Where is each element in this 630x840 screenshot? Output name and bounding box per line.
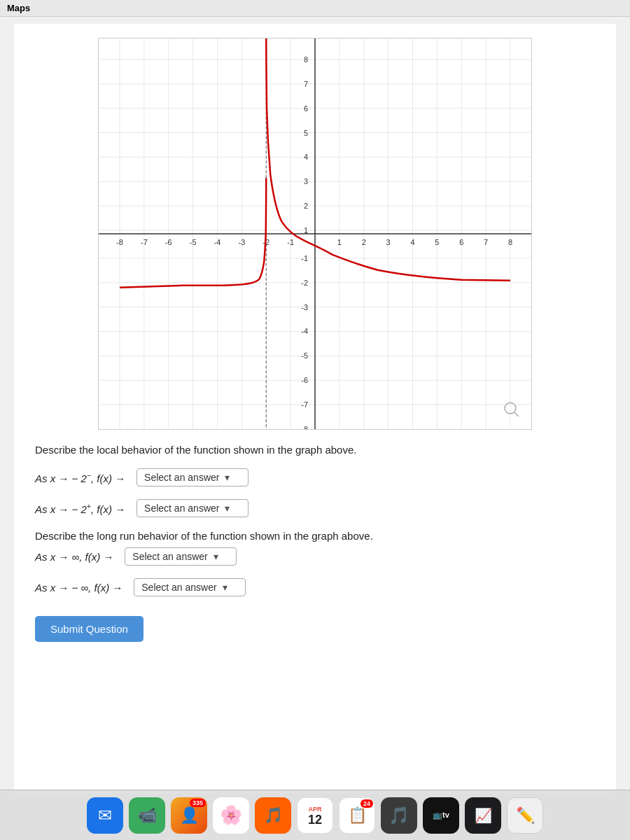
q1-label: As x → − 2−, f(x) →: [35, 471, 125, 484]
svg-text:-7: -7: [301, 400, 308, 409]
q2-select-text: Select an answer: [144, 503, 219, 514]
dock-reminders[interactable]: 📋 24: [339, 797, 375, 834]
local-behavior-description: Describe the local behavior of the funct…: [35, 444, 595, 456]
svg-text:3: 3: [304, 177, 308, 186]
dock-facetime[interactable]: 📹: [129, 797, 165, 834]
svg-text:8: 8: [508, 238, 512, 246]
q4-label: As x → − ∞, f(x) →: [35, 582, 122, 594]
svg-line-67: [514, 412, 519, 416]
svg-text:7: 7: [304, 80, 308, 88]
contacts-badge: 335: [190, 799, 206, 807]
dock-mail[interactable]: ✉: [87, 797, 123, 834]
reminders-badge: 24: [360, 799, 373, 808]
function-graph: -8 -7 -6 -5 -4 -3 -2 -1 1 2 3 4 5 6 7 8 …: [98, 38, 532, 430]
svg-text:2: 2: [304, 202, 308, 210]
dock-music-player[interactable]: 🎵: [255, 797, 291, 834]
dock-markup[interactable]: ✏️: [507, 797, 543, 834]
q4-select-text: Select an answer: [141, 582, 216, 593]
svg-text:-2: -2: [301, 279, 308, 287]
dock-contacts[interactable]: 👤 335: [171, 797, 207, 834]
q3-label: As x → ∞, f(x) →: [35, 551, 113, 563]
svg-text:1: 1: [304, 226, 308, 234]
question-row-2: As x → − 2+, f(x) → Select an answer: [35, 499, 595, 517]
svg-text:-8: -8: [116, 238, 123, 246]
svg-text:-1: -1: [301, 254, 308, 262]
svg-text:5: 5: [304, 129, 308, 137]
dock-music[interactable]: 🎵: [381, 797, 417, 834]
question-row-1: As x → − 2−, f(x) → Select an answer: [35, 468, 595, 486]
q4-select[interactable]: Select an answer: [134, 578, 246, 596]
dock-appletv[interactable]: 📺tv: [423, 797, 459, 834]
svg-text:-7: -7: [141, 238, 148, 246]
svg-text:2: 2: [362, 238, 366, 246]
svg-text:-3: -3: [301, 303, 308, 312]
dock: ✉ 📹 👤 335 🌸 🎵 APR 12 📋 24 🎵 📺tv 📈 ✏️: [0, 790, 630, 840]
svg-text:1: 1: [337, 238, 342, 246]
svg-text:7: 7: [484, 238, 488, 246]
svg-text:6: 6: [304, 104, 308, 113]
long-run-text: Describe the long run behavior of the fu…: [35, 530, 373, 542]
svg-text:-4: -4: [214, 238, 221, 246]
svg-text:-3: -3: [239, 238, 246, 246]
question-row-3: As x → ∞, f(x) → Select an answer: [35, 547, 595, 566]
main-content: -8 -7 -6 -5 -4 -3 -2 -1 1 2 3 4 5 6 7 8 …: [14, 24, 616, 794]
svg-text:-6: -6: [165, 238, 172, 246]
svg-text:4: 4: [304, 153, 308, 161]
svg-text:8: 8: [304, 55, 308, 64]
questions-section: Describe the local behavior of the funct…: [28, 444, 602, 642]
dock-stocks[interactable]: 📈: [465, 797, 501, 834]
dock-photos[interactable]: 🌸: [213, 797, 249, 834]
q3-select-text: Select an answer: [132, 551, 207, 562]
q2-label: As x → − 2+, f(x) →: [35, 502, 125, 515]
q3-select[interactable]: Select an answer: [125, 547, 237, 566]
svg-text:6: 6: [459, 238, 463, 246]
appletv-label: 📺tv: [433, 811, 449, 820]
svg-text:-4: -4: [301, 327, 308, 335]
dock-calendar[interactable]: APR 12: [297, 797, 333, 834]
long-run-description: Describe the long run behavior of the fu…: [35, 530, 595, 542]
svg-text:-6: -6: [301, 376, 308, 384]
svg-text:-1: -1: [287, 238, 294, 246]
svg-text:-5: -5: [301, 351, 308, 360]
svg-text:-8: -8: [301, 425, 308, 430]
q1-select[interactable]: Select an answer: [136, 468, 248, 486]
submit-question-button[interactable]: Submit Question: [35, 616, 144, 642]
svg-text:5: 5: [435, 238, 439, 246]
q2-select[interactable]: Select an answer: [136, 499, 248, 517]
q1-select-text: Select an answer: [144, 472, 219, 483]
menu-bar: Maps: [0, 0, 630, 17]
graph-container: -8 -7 -6 -5 -4 -3 -2 -1 1 2 3 4 5 6 7 8 …: [28, 38, 602, 430]
long-run-section: Describe the long run behavior of the fu…: [35, 530, 595, 566]
menu-bar-title: Maps: [7, 3, 30, 13]
svg-text:3: 3: [386, 238, 391, 246]
svg-text:-5: -5: [190, 238, 197, 246]
question-row-4: As x → − ∞, f(x) → Select an answer: [35, 578, 595, 596]
svg-text:4: 4: [410, 238, 414, 246]
